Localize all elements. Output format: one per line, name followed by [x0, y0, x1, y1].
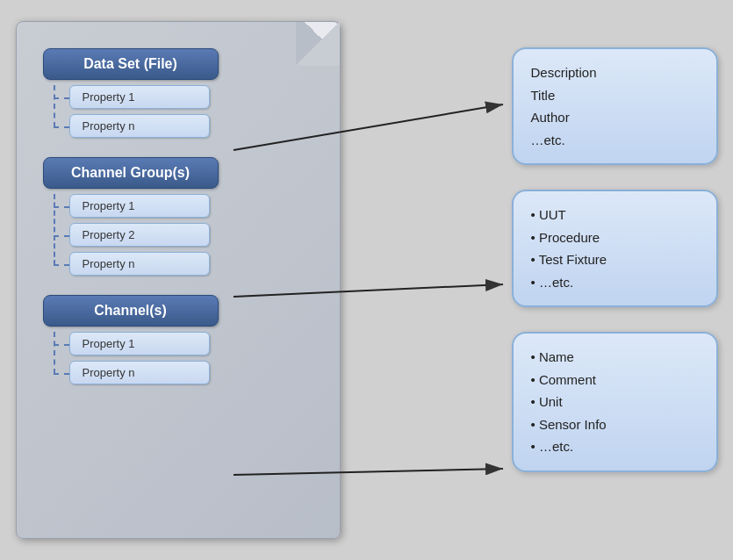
diagram-wrapper: Data Set (File) Property 1 Property n Ch… — [16, 12, 718, 548]
channel-propertyn-box: Property n — [69, 361, 210, 384]
document: Data Set (File) Property 1 Property n Ch… — [16, 21, 341, 539]
dataset-prop1: Property 1 — [69, 85, 322, 109]
channel-info-item5: …etc. — [531, 435, 699, 458]
channel-group-property2-box: Property 2 — [69, 223, 210, 247]
channel-header: Channel(s) — [43, 295, 219, 327]
channel-info-list: Name Comment Unit Sensor Info …etc. — [531, 346, 699, 458]
channel-info-item1: Name — [531, 346, 699, 369]
channel-info-item4: Sensor Info — [531, 413, 699, 436]
dataset-children: Property 1 Property n — [69, 85, 322, 138]
channel-group-prop2: Property 2 — [69, 223, 322, 247]
channel-group-info-list: UUT Procedure Test Fixture …etc. — [531, 204, 699, 293]
channel-property1-box: Property 1 — [69, 332, 210, 355]
channel-info-item2: Comment — [531, 369, 699, 391]
channel-group-info-item4: …etc. — [531, 271, 699, 294]
channel-group-info-item3: Test Fixture — [531, 248, 699, 271]
channel-group-children: Property 1 Property 2 Property n — [69, 194, 322, 276]
channel-info-item3: Unit — [531, 391, 699, 413]
channel-group-propertyn-box: Property n — [69, 252, 210, 276]
info-panels: Description Title Author …etc. UUT Proce… — [512, 12, 718, 472]
dataset-property1-box: Property 1 — [69, 85, 210, 109]
dataset-info-line1: Description — [531, 61, 699, 84]
channel-group-propn: Property n — [69, 252, 322, 276]
channel-children: Property 1 Property n — [69, 332, 322, 384]
channel-group-info-box: UUT Procedure Test Fixture …etc. — [512, 190, 718, 307]
dataset-info-line3: Author — [531, 106, 699, 129]
channel-propn: Property n — [69, 361, 322, 384]
channel-group-info-item1: UUT — [531, 204, 699, 226]
channel-info-box: Name Comment Unit Sensor Info …etc. — [512, 332, 718, 472]
channel-prop1: Property 1 — [69, 332, 322, 355]
channel-group-section: Channel Group(s) Property 1 Property 2 P… — [43, 157, 322, 276]
dataset-info-line2: Title — [531, 84, 699, 107]
channel-group-prop1: Property 1 — [69, 194, 322, 218]
document-inner: Data Set (File) Property 1 Property n Ch… — [17, 22, 340, 418]
dataset-propertyn-box: Property n — [69, 114, 210, 138]
dataset-info-line4: …etc. — [531, 129, 699, 152]
dataset-propn: Property n — [69, 114, 322, 138]
dataset-section: Data Set (File) Property 1 Property n — [43, 48, 322, 138]
channel-group-info-item2: Procedure — [531, 226, 699, 249]
channel-section: Channel(s) Property 1 Property n — [43, 295, 322, 384]
channel-group-header: Channel Group(s) — [43, 157, 219, 189]
channel-group-property1-box: Property 1 — [69, 194, 210, 218]
dataset-header: Data Set (File) — [43, 48, 219, 80]
dataset-info-box: Description Title Author …etc. — [512, 47, 718, 165]
